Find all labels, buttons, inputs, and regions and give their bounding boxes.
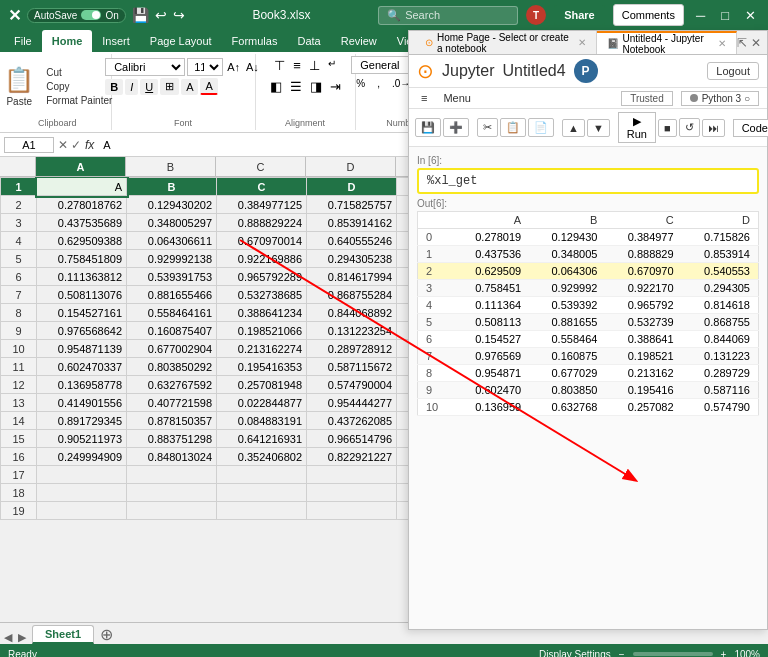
- data-cell[interactable]: 0.213162274: [217, 340, 307, 358]
- jupyter-tab-notebook-close[interactable]: ✕: [718, 38, 726, 49]
- data-cell[interactable]: 0.198521066: [217, 322, 307, 340]
- data-cell[interactable]: [217, 502, 307, 520]
- indent-btn[interactable]: ⇥: [327, 77, 344, 96]
- cell-type-select[interactable]: Code: [733, 119, 768, 137]
- data-cell[interactable]: 0.294305238: [307, 250, 397, 268]
- data-cell[interactable]: [127, 484, 217, 502]
- sheet-tab-1[interactable]: Sheet1: [32, 625, 94, 644]
- data-cell[interactable]: 0.758451809: [37, 250, 127, 268]
- border-button[interactable]: ⊞: [160, 78, 179, 95]
- data-cell[interactable]: D: [307, 178, 397, 196]
- font-name-select[interactable]: Calibri: [105, 58, 185, 76]
- data-cell[interactable]: 0.257081948: [217, 376, 307, 394]
- font-color-button[interactable]: A: [200, 78, 217, 95]
- grow-font-icon[interactable]: A↑: [225, 61, 242, 73]
- scroll-left-icon[interactable]: ◀: [4, 631, 12, 644]
- add-cell-btn[interactable]: ➕: [443, 118, 469, 137]
- zoom-in-btn[interactable]: +: [721, 649, 727, 658]
- data-cell[interactable]: 0.848013024: [127, 448, 217, 466]
- data-cell[interactable]: 0.289728912: [307, 340, 397, 358]
- tab-insert[interactable]: Insert: [92, 30, 140, 52]
- data-cell[interactable]: 0.929992138: [127, 250, 217, 268]
- data-cell[interactable]: 0.966514796: [307, 430, 397, 448]
- minimize-btn[interactable]: ─: [692, 8, 709, 23]
- tab-data[interactable]: Data: [287, 30, 330, 52]
- data-cell[interactable]: 0.348005297: [127, 214, 217, 232]
- bold-button[interactable]: B: [105, 79, 123, 95]
- align-center-btn[interactable]: ☰: [287, 77, 305, 96]
- data-cell[interactable]: 0.878150357: [127, 412, 217, 430]
- data-cell[interactable]: 0.587115672: [307, 358, 397, 376]
- data-cell[interactable]: 0.249994909: [37, 448, 127, 466]
- align-top-btn[interactable]: ⊤: [271, 56, 288, 75]
- data-cell[interactable]: 0.414901556: [37, 394, 127, 412]
- data-cell[interactable]: 0.064306611: [127, 232, 217, 250]
- data-cell[interactable]: 0.883751298: [127, 430, 217, 448]
- row-header[interactable]: 18: [1, 484, 37, 502]
- col-header-c[interactable]: C: [216, 157, 306, 176]
- data-cell[interactable]: [37, 484, 127, 502]
- data-cell[interactable]: [127, 466, 217, 484]
- logout-button[interactable]: Logout: [707, 62, 759, 80]
- data-cell[interactable]: 0.891729345: [37, 412, 127, 430]
- comments-button[interactable]: Comments: [613, 4, 684, 26]
- tab-page-layout[interactable]: Page Layout: [140, 30, 222, 52]
- jupyter-expand-btn[interactable]: ⇱: [737, 36, 747, 50]
- data-cell[interactable]: B: [127, 178, 217, 196]
- italic-button[interactable]: I: [125, 79, 138, 95]
- tab-file[interactable]: File: [4, 30, 42, 52]
- jupyter-close-btn[interactable]: ✕: [751, 36, 761, 50]
- autosave-on-toggle[interactable]: [81, 10, 101, 20]
- data-cell[interactable]: 0.677002904: [127, 340, 217, 358]
- move-down-btn[interactable]: ▼: [587, 119, 610, 137]
- zoom-slider[interactable]: [633, 652, 713, 656]
- data-cell[interactable]: A: [37, 178, 127, 196]
- data-cell[interactable]: 0.136958778: [37, 376, 127, 394]
- align-left-btn[interactable]: ◧: [267, 77, 285, 96]
- align-bottom-btn[interactable]: ⊥: [306, 56, 323, 75]
- data-cell[interactable]: 0.160875407: [127, 322, 217, 340]
- jupyter-tab-home-close[interactable]: ✕: [578, 37, 586, 48]
- redo-btn[interactable]: ↪: [173, 7, 185, 23]
- data-cell[interactable]: 0.558464161: [127, 304, 217, 322]
- data-cell[interactable]: [217, 466, 307, 484]
- wrap-text-btn[interactable]: ↵: [325, 56, 339, 75]
- data-cell[interactable]: [127, 502, 217, 520]
- row-header[interactable]: 11: [1, 358, 37, 376]
- data-cell[interactable]: 0.111363812: [37, 268, 127, 286]
- jupyter-menu-icon[interactable]: ≡: [417, 90, 431, 106]
- data-cell[interactable]: 0.437262085: [307, 412, 397, 430]
- row-header[interactable]: 6: [1, 268, 37, 286]
- col-header-a[interactable]: A: [36, 157, 126, 176]
- data-cell[interactable]: 0.954871139: [37, 340, 127, 358]
- fill-color-button[interactable]: A: [181, 79, 198, 95]
- font-size-select[interactable]: 11: [187, 58, 223, 76]
- row-header[interactable]: 12: [1, 376, 37, 394]
- run-btn[interactable]: ▶ Run: [618, 112, 656, 143]
- data-cell[interactable]: 0.154527161: [37, 304, 127, 322]
- move-up-btn[interactable]: ▲: [562, 119, 585, 137]
- restart-btn[interactable]: ↺: [679, 118, 700, 137]
- data-cell[interactable]: 0.384977125: [217, 196, 307, 214]
- row-header[interactable]: 1: [1, 178, 37, 196]
- data-cell[interactable]: 0.131223254: [307, 322, 397, 340]
- restart-run-btn[interactable]: ⏭: [702, 119, 725, 137]
- data-cell[interactable]: 0.905211973: [37, 430, 127, 448]
- row-header[interactable]: 14: [1, 412, 37, 430]
- data-cell[interactable]: 0.022844877: [217, 394, 307, 412]
- row-header[interactable]: 5: [1, 250, 37, 268]
- data-cell[interactable]: 0.881655466: [127, 286, 217, 304]
- data-cell[interactable]: 0.632767592: [127, 376, 217, 394]
- data-cell[interactable]: [307, 502, 397, 520]
- stop-btn[interactable]: ■: [658, 119, 677, 137]
- data-cell[interactable]: 0.539391753: [127, 268, 217, 286]
- data-cell[interactable]: [37, 502, 127, 520]
- data-cell[interactable]: 0.822921227: [307, 448, 397, 466]
- data-cell[interactable]: 0.803850292: [127, 358, 217, 376]
- data-cell[interactable]: C: [217, 178, 307, 196]
- data-cell[interactable]: 0.922169886: [217, 250, 307, 268]
- comma-btn[interactable]: ,: [372, 76, 385, 91]
- data-cell[interactable]: 0.844068892: [307, 304, 397, 322]
- jupyter-tab-home[interactable]: ⊙ Home Page - Select or create a noteboo…: [415, 31, 597, 54]
- row-header[interactable]: 17: [1, 466, 37, 484]
